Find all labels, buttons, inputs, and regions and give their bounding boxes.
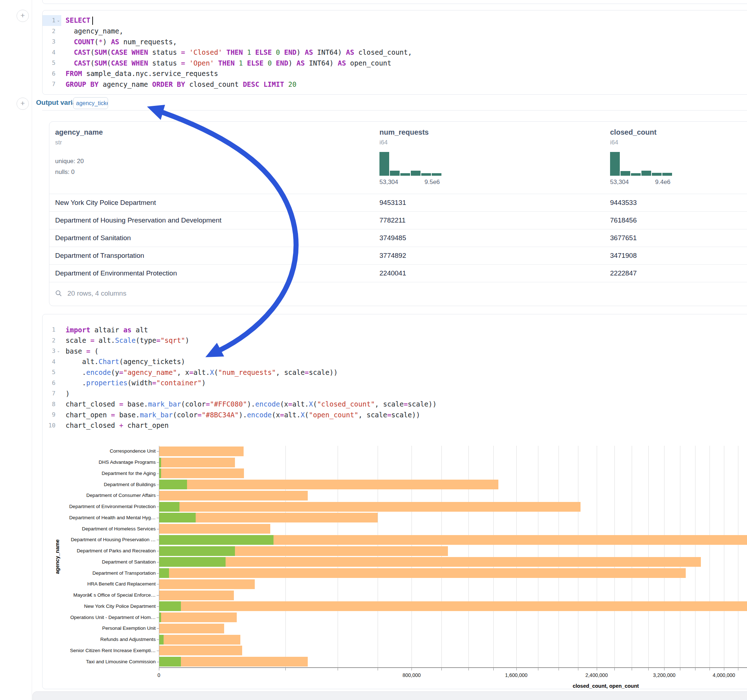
bar-closed-count[interactable] (159, 557, 701, 567)
bar-closed-count[interactable] (159, 568, 686, 578)
code-line[interactable]: 4 alt.Chart(agency_tickets) (42, 356, 747, 367)
bar-open-count[interactable] (159, 480, 187, 489)
y-axis-label: Department of Housing Preservation … (48, 537, 156, 542)
code-token: ) (103, 38, 111, 46)
bar-closed-count[interactable] (159, 624, 224, 634)
search-icon[interactable] (55, 290, 62, 297)
y-axis-label: Senior Citizen Rent Increase Exempti… (48, 648, 156, 653)
code-line[interactable]: 2scale = alt.Scale(type="sqrt") (42, 335, 747, 346)
fold-chevron-icon[interactable]: ⌄ (56, 348, 61, 353)
bar-open-count[interactable] (159, 568, 169, 578)
output-variable-input[interactable]: agency_tickets (73, 97, 108, 109)
y-axis-label: Department of Parks and Recreation (48, 548, 156, 554)
bar-open-count[interactable] (159, 468, 161, 478)
cell-closed-count[interactable]: 7618456 (610, 216, 637, 224)
cell-agency-name[interactable]: Department of Housing Preservation and D… (55, 216, 222, 224)
histogram-bar (400, 173, 410, 176)
histogram-bar (662, 173, 672, 176)
y-axis-label: Department of Buildings (48, 482, 156, 487)
bar-open-count[interactable] (159, 635, 163, 644)
code-line[interactable]: 2 agency_name, (42, 26, 747, 37)
code-line[interactable]: 7GROUP BY agency_name ORDER BY closed_co… (42, 79, 747, 90)
python-code-editor[interactable]: 1import altair as alt2scale = alt.Scale(… (42, 324, 747, 431)
code-token: ORDER BY (152, 80, 185, 88)
bar-closed-count[interactable] (159, 491, 308, 501)
code-line[interactable]: 7) (42, 388, 747, 399)
code-line[interactable]: 10chart_closed + chart_open (42, 420, 747, 431)
code-token: mark_bar (140, 411, 173, 419)
column-histogram[interactable] (610, 152, 672, 176)
cell-agency-name[interactable]: Department of Environmental Protection (55, 269, 177, 277)
bar-open-count[interactable] (159, 601, 181, 611)
code-line[interactable]: 4 CAST(SUM(CASE WHEN status = 'Closed' T… (42, 47, 747, 58)
bar-closed-count[interactable] (159, 579, 255, 589)
code-token (214, 59, 218, 67)
bar-open-count[interactable] (159, 502, 180, 512)
x-axis-tick-label: 4,000,000 (713, 672, 735, 678)
x-axis-line (159, 667, 747, 668)
bar-closed-count[interactable] (159, 601, 747, 611)
column-histogram[interactable] (380, 152, 442, 176)
code-line[interactable]: 6 .properties(width="container") (42, 378, 747, 389)
bar-open-count[interactable] (159, 557, 225, 567)
x-axis-title: closed_count, open_count (552, 683, 660, 689)
cell-num-requests[interactable]: 3749485 (380, 234, 406, 242)
bar-closed-count[interactable] (159, 468, 244, 478)
code-line[interactable]: 3 COUNT(*) AS num_requests, (42, 36, 747, 47)
cell-num-requests[interactable]: 2240041 (380, 269, 406, 277)
add-block-button-top[interactable]: + (17, 10, 29, 22)
code-token: chart_open (123, 421, 169, 429)
code-token (243, 59, 247, 67)
cell-agency-name[interactable]: Department of Sanitation (55, 234, 131, 242)
sql-code-editor[interactable]: 1⌄SELECT2 agency_name,3 COUNT(*) AS num_… (42, 15, 747, 90)
cell-agency-name[interactable]: Department of Transportation (55, 252, 144, 259)
bar-closed-count[interactable] (159, 646, 242, 655)
cell-closed-count[interactable]: 3471908 (610, 252, 637, 259)
code-line[interactable]: 8chart_closed = base.mark_bar(color="#FF… (42, 399, 747, 410)
code-line[interactable]: 3⌄base = ( (42, 345, 747, 356)
code-token: ). (247, 400, 255, 408)
column-header[interactable]: agency_name (55, 128, 103, 136)
bar-closed-count[interactable] (159, 612, 237, 622)
cell-agency-name[interactable]: New York City Police Department (55, 199, 156, 207)
bar-open-count[interactable] (159, 535, 274, 545)
code-line[interactable]: 1import altair as alt (42, 324, 747, 335)
cell-closed-count[interactable]: 2222847 (610, 269, 637, 277)
cell-num-requests[interactable]: 7782211 (380, 216, 406, 224)
code-token: "closed_count" (317, 400, 375, 408)
bar-open-count[interactable] (159, 612, 161, 622)
code-token: = (119, 400, 123, 408)
bar-closed-count[interactable] (159, 657, 308, 667)
x-axis-tick-label: 0 (157, 672, 160, 678)
cell-closed-count[interactable]: 3677651 (610, 234, 637, 242)
column-header[interactable]: closed_count (610, 128, 656, 136)
bar-open-count[interactable] (159, 513, 196, 522)
code-line[interactable]: 5 CAST(SUM(CASE WHEN status = 'Open' THE… (42, 57, 747, 68)
code-token: status (148, 48, 181, 56)
add-block-button-middle[interactable]: + (17, 98, 29, 110)
fold-chevron-icon[interactable]: ⌄ (56, 18, 61, 23)
bar-closed-count[interactable] (159, 502, 581, 512)
bar-closed-count[interactable] (159, 458, 235, 468)
cell-num-requests[interactable]: 9453131 (380, 199, 406, 207)
bar-closed-count[interactable] (159, 591, 234, 600)
cell-closed-count[interactable]: 9443533 (610, 199, 637, 207)
bar-open-count[interactable] (159, 546, 235, 556)
bar-closed-count[interactable] (159, 635, 240, 644)
code-line[interactable]: 5 .encode(y="agency_name", x=alt.X("num_… (42, 367, 747, 378)
code-token: GROUP BY (66, 80, 99, 88)
code-token (259, 80, 263, 88)
bar-open-count[interactable] (159, 458, 161, 468)
bar-closed-count[interactable] (159, 447, 243, 456)
column-header[interactable]: num_requests (380, 128, 429, 136)
bar-closed-count[interactable] (159, 480, 498, 489)
cell-num-requests[interactable]: 3774892 (380, 252, 406, 259)
bar-closed-count[interactable] (159, 524, 270, 534)
bar-open-count[interactable] (159, 657, 181, 667)
y-axis-label: Department of Environmental Protection (48, 504, 156, 509)
code-line[interactable]: 9chart_open = base.mark_bar(color="#8BC3… (42, 409, 747, 420)
code-line[interactable]: 1⌄SELECT (42, 15, 747, 26)
x-tick (680, 668, 680, 670)
code-line[interactable]: 6FROM sample_data.nyc.service_requests (42, 68, 747, 79)
code-token: (x (272, 411, 280, 419)
